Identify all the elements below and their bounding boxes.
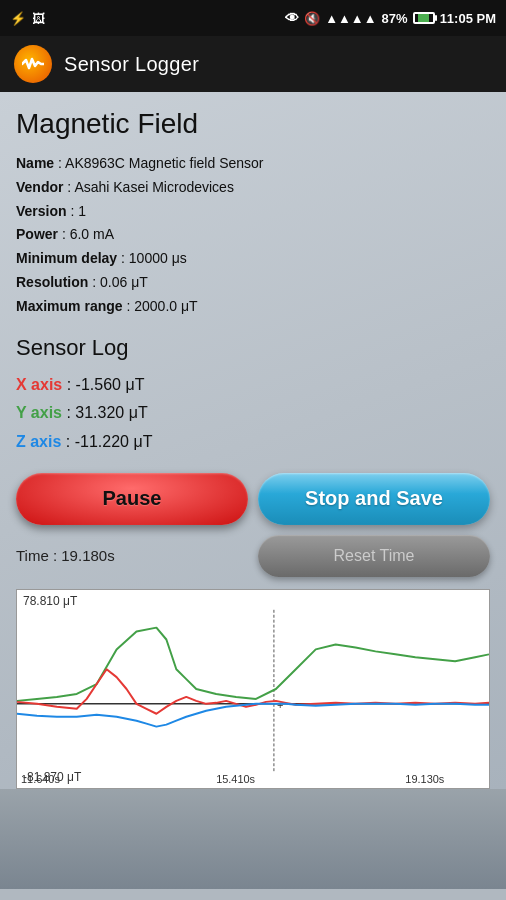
- info-name-value: AK8963C Magnetic field Sensor: [65, 155, 263, 171]
- pause-button[interactable]: Pause: [16, 473, 248, 525]
- x-axis-reading: -1.560 μT: [76, 376, 145, 393]
- sensor-log-title: Sensor Log: [16, 335, 490, 361]
- z-axis-row: Z axis : -11.220 μT: [16, 428, 490, 457]
- x-axis-label: X axis: [16, 376, 62, 393]
- info-resolution: Resolution : 0.06 μT: [16, 271, 490, 295]
- battery-percent: 87%: [382, 11, 408, 26]
- info-resolution-label: Resolution: [16, 274, 88, 290]
- main-content: Magnetic Field Name : AK8963C Magnetic f…: [0, 92, 506, 789]
- info-name: Name : AK8963C Magnetic field Sensor: [16, 152, 490, 176]
- image-icon: 🖼: [32, 11, 45, 26]
- z-axis-value: :: [66, 433, 75, 450]
- z-axis-label: Z axis: [16, 433, 61, 450]
- info-name-sep: :: [58, 155, 65, 171]
- info-mindelay: Minimum delay : 10000 μs: [16, 247, 490, 271]
- page-title: Magnetic Field: [16, 108, 490, 140]
- info-name-label: Name: [16, 155, 54, 171]
- y-axis-value: :: [66, 404, 75, 421]
- y-axis-reading: 31.320 μT: [75, 404, 147, 421]
- info-version-label: Version: [16, 203, 67, 219]
- z-axis-reading: -11.220 μT: [75, 433, 153, 450]
- usb-icon: ⚡: [10, 11, 26, 26]
- reset-time-button[interactable]: Reset Time: [258, 535, 490, 577]
- info-power-value: 6.0 mA: [70, 226, 114, 242]
- info-vendor-label: Vendor: [16, 179, 63, 195]
- info-maxrange: Maximum range : 2000.0 μT: [16, 295, 490, 319]
- svg-text:15.410s: 15.410s: [216, 773, 255, 785]
- time-label-text: Time :: [16, 547, 61, 564]
- battery-icon: [413, 12, 435, 24]
- clock: 11:05 PM: [440, 11, 496, 26]
- action-buttons-row: Pause Stop and Save: [16, 473, 490, 525]
- info-version-value: 1: [78, 203, 86, 219]
- stop-save-button[interactable]: Stop and Save: [258, 473, 490, 525]
- signal-icon: ▲▲▲▲: [325, 11, 376, 26]
- x-axis-value: :: [67, 376, 76, 393]
- time-display: Time : 19.180s: [16, 547, 248, 564]
- info-mindelay-value: 10000 μs: [129, 250, 187, 266]
- sensor-info-table: Name : AK8963C Magnetic field Sensor Ven…: [16, 152, 490, 319]
- app-bar: Sensor Logger: [0, 36, 506, 92]
- info-version: Version : 1: [16, 200, 490, 224]
- info-maxrange-label: Maximum range: [16, 298, 123, 314]
- status-bar: ⚡ 🖼 👁 🔇 ▲▲▲▲ 87% 11:05 PM: [0, 0, 506, 36]
- info-resolution-value: 0.06 μT: [100, 274, 148, 290]
- eye-icon: 👁: [285, 10, 299, 26]
- chart-y-max: 78.810 μT: [23, 594, 77, 608]
- sensor-values: X axis : -1.560 μT Y axis : 31.320 μT Z …: [16, 371, 490, 457]
- y-axis-label: Y axis: [16, 404, 62, 421]
- x-axis-row: X axis : -1.560 μT: [16, 371, 490, 400]
- y-axis-row: Y axis : 31.320 μT: [16, 399, 490, 428]
- time-value: 19.180s: [61, 547, 114, 564]
- status-right: 👁 🔇 ▲▲▲▲ 87% 11:05 PM: [285, 10, 496, 26]
- info-vendor: Vendor : Asahi Kasei Microdevices: [16, 176, 490, 200]
- chart-svg: + 11.640s 15.410s 19.130s: [17, 590, 489, 788]
- info-power: Power : 6.0 mA: [16, 223, 490, 247]
- info-mindelay-label: Minimum delay: [16, 250, 117, 266]
- app-logo: [14, 45, 52, 83]
- status-left-icons: ⚡ 🖼: [10, 11, 45, 26]
- chart-y-min: -81.870 μT: [23, 770, 81, 784]
- svg-text:19.130s: 19.130s: [405, 773, 444, 785]
- info-power-label: Power: [16, 226, 58, 242]
- info-maxrange-value: 2000.0 μT: [134, 298, 197, 314]
- app-title: Sensor Logger: [64, 53, 199, 76]
- mute-icon: 🔇: [304, 11, 320, 26]
- bottom-area: [0, 789, 506, 889]
- time-row: Time : 19.180s Reset Time: [16, 535, 490, 577]
- sensor-chart: 78.810 μT + 11.640s 15.410s 19.130s -81.…: [16, 589, 490, 789]
- info-vendor-value: Asahi Kasei Microdevices: [74, 179, 234, 195]
